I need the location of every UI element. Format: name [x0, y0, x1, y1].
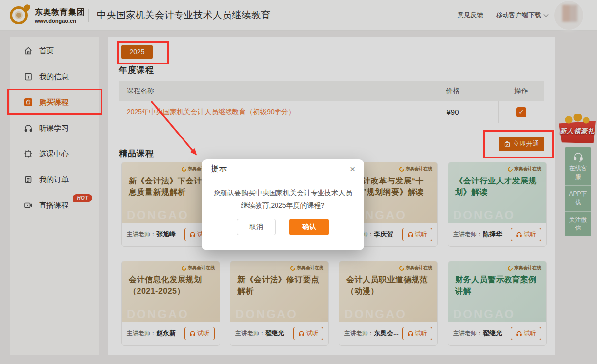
headphone-icon	[408, 232, 413, 237]
sidebar-item-home[interactable]: 首页	[10, 38, 99, 64]
card-brand: 东奥会计在线	[508, 166, 541, 172]
page-title: 中央国家机关会计专业技术人员继续教育	[97, 9, 271, 22]
header: 东奥教育集团 www.dongao.cn 中央国家机关会计专业技术人员继续教育 …	[0, 0, 597, 31]
headset-icon	[573, 152, 584, 162]
brand-dot-icon	[398, 264, 405, 271]
course-link[interactable]: 2025年中央国家机关会计人员继续教育（初级90学分）	[127, 108, 295, 116]
course-card[interactable]: 东奥会计在线 会计人员职业道德规范（动漫） DONGAO 主讲老师：东奥会...…	[339, 261, 438, 346]
mobile-download-link[interactable]: 移动客户端下载	[496, 11, 548, 20]
page: 东奥教育集团 www.dongao.cn 中央国家机关会计专业技术人员继续教育 …	[0, 0, 597, 364]
card-brand: 东奥会计在线	[182, 265, 215, 271]
sidebar-item-my-orders[interactable]: 我的订单	[10, 167, 99, 192]
online-service-button[interactable]: 在线客服	[565, 147, 591, 185]
follow-wechat-button[interactable]: 关注微信	[565, 211, 591, 237]
course-checkbox[interactable]: ✓	[516, 107, 526, 117]
card-brand: 东奥会计在线	[399, 166, 432, 172]
course-card[interactable]: 东奥会计在线 会计信息化发展规划（2021-2025） DONGAO 主讲老师：…	[121, 261, 220, 346]
course-card[interactable]: 东奥会计在线 《会计行业人才发展规划》解读 DONGAO 主讲老师：陈择华 试听	[448, 162, 547, 247]
dongao-logo-icon	[9, 4, 31, 26]
headphone-icon	[516, 232, 522, 237]
brand-dot-icon	[181, 264, 187, 271]
brand-dot-icon	[181, 165, 187, 172]
sidebar-item-listen-learn[interactable]: 听课学习	[10, 115, 99, 141]
headphone-icon	[190, 331, 195, 336]
headphone-icon	[190, 232, 195, 237]
card-brand: 东奥会计在线	[508, 265, 541, 271]
audition-button[interactable]: 试听	[402, 327, 432, 340]
col-action: 操作	[499, 87, 544, 95]
feedback-link[interactable]: 意见反馈	[458, 11, 483, 20]
live-video-icon	[24, 201, 33, 210]
bag-check-icon	[504, 141, 510, 147]
featured-course-heading: 精品课程	[119, 148, 154, 159]
card-brand: 东奥会计在线	[399, 265, 432, 271]
confirm-button[interactable]: 确认	[289, 219, 329, 235]
gift-coins-icon	[563, 114, 592, 125]
brand-dot-icon	[398, 165, 405, 172]
home-icon	[24, 46, 33, 55]
sidebar: 首页 我的信息 购买课程 听课学习 选课中心 我的订单 直播课程 HOT	[10, 37, 99, 355]
logo-url: www.dongao.cn	[35, 18, 85, 24]
col-price: 价格	[407, 87, 499, 95]
teacher-name: 翟继光	[265, 329, 284, 337]
sidebar-item-my-info[interactable]: 我的信息	[10, 64, 99, 90]
brand-dot-icon	[507, 264, 514, 271]
avatar[interactable]	[554, 1, 583, 30]
header-divider	[88, 9, 89, 22]
info-file-icon	[24, 72, 33, 81]
open-now-button[interactable]: 立即开通	[499, 136, 544, 151]
audition-button[interactable]: 试听	[402, 228, 432, 241]
close-icon[interactable]: ×	[350, 164, 355, 174]
course-center-icon	[24, 149, 33, 158]
service-panel: 在线客服 APP下载 关注微信	[565, 147, 591, 236]
course-card[interactable]: 东奥会计在线 新《会计法》修订要点解析 DONGAO 主讲老师：翟继光 试听	[230, 261, 329, 346]
brand-dot-icon	[507, 165, 514, 172]
sidebar-item-live-courses[interactable]: 直播课程 HOT	[10, 192, 99, 218]
brand-dot-icon	[289, 264, 296, 271]
year-2025-tab[interactable]: 2025	[121, 45, 153, 59]
teacher-name: 李庆贺	[374, 230, 393, 238]
chevron-down-icon	[544, 12, 549, 17]
sidebar-item-course-center[interactable]: 选课中心	[10, 141, 99, 167]
dialog-title: 提示	[211, 164, 227, 174]
table-header: 课程名称 价格 操作	[119, 81, 544, 101]
site-logo[interactable]: 东奥教育集团 www.dongao.cn	[9, 4, 85, 26]
teacher-name: 张旭峰	[156, 230, 176, 238]
annual-course-table: 课程名称 价格 操作 2025年中央国家机关会计人员继续教育（初级90学分） ¥…	[119, 81, 544, 123]
teacher-name: 陈择华	[483, 230, 502, 238]
confirm-dialog: 提示 × 您确认要购买中央国家机关会计专业技术人员继续教育,2025年度的课程?…	[202, 159, 364, 250]
dialog-message: 您确认要购买中央国家机关会计专业技术人员继续教育,2025年度的课程?	[202, 179, 364, 211]
table-row: 2025年中央国家机关会计人员继续教育（初级90学分） ¥90 ✓	[119, 101, 544, 123]
card-brand: 东奥会计在线	[290, 265, 323, 271]
order-list-icon	[24, 175, 33, 184]
course-card[interactable]: 东奥会计在线 财务人员警示教育案例讲解 DONGAO 主讲老师：翟继光 试听	[448, 261, 547, 346]
annual-course-heading: 年度课程	[119, 64, 154, 76]
newcomer-gift-badge[interactable]: 新人领豪礼	[558, 114, 597, 145]
headphone-icon	[516, 331, 522, 336]
teacher-name: 翟继光	[483, 329, 502, 337]
sidebar-item-buy-courses[interactable]: 购买课程	[10, 90, 99, 115]
shopping-bag-icon	[24, 98, 33, 107]
hot-badge: HOT	[73, 194, 92, 202]
headphones-icon	[24, 124, 33, 133]
app-download-button[interactable]: APP下载	[565, 185, 591, 211]
audition-button[interactable]: 试听	[511, 327, 541, 340]
cancel-button[interactable]: 取消	[237, 219, 276, 235]
col-course-name: 课程名称	[119, 87, 407, 95]
audition-button[interactable]: 试听	[293, 327, 323, 340]
course-price: ¥90	[407, 101, 499, 123]
headphone-icon	[408, 331, 413, 336]
teacher-name: 赵永新	[156, 329, 176, 337]
teacher-name: 东奥会...	[374, 329, 399, 337]
audition-button[interactable]: 试听	[511, 228, 541, 241]
audition-button[interactable]: 试听	[184, 327, 215, 340]
headphone-icon	[299, 331, 304, 336]
logo-name: 东奥教育集团	[35, 7, 85, 18]
